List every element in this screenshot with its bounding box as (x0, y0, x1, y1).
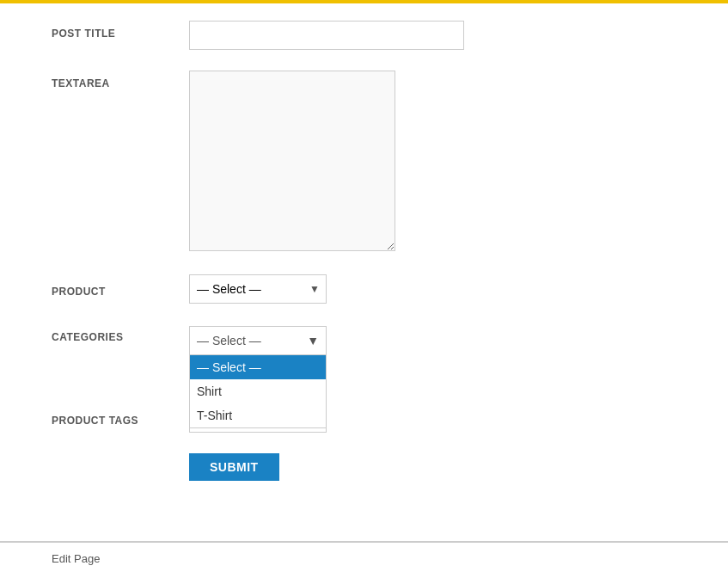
product-categories-row: PRODUCT — Select — Shirt T-Shirt ▼ C (52, 274, 676, 433)
submit-button[interactable]: SUBMIT (189, 453, 279, 481)
textarea-label: TEXTAREA (52, 71, 189, 89)
categories-option-tshirt[interactable]: T-Shirt (190, 403, 326, 427)
page-container: POST TITLE TEXTAREA PRODUCT (0, 0, 728, 565)
post-title-row: POST TITLE (52, 21, 676, 50)
post-title-label: POST TITLE (52, 21, 189, 40)
categories-option-select[interactable]: — Select — (190, 355, 326, 379)
categories-option-shirt[interactable]: Shirt (190, 379, 326, 403)
categories-dropdown-wrapper: — Select — ▼ — Select — Shirt T-Shirt (189, 326, 327, 355)
categories-label: CATEGORIES (52, 326, 189, 343)
categories-arrow-icon: ▼ (307, 334, 319, 347)
edit-page-link[interactable]: Edit Page (52, 552, 100, 565)
form-container: POST TITLE TEXTAREA PRODUCT (0, 3, 728, 515)
product-label: PRODUCT (52, 280, 189, 298)
footer-section: Edit Page (0, 541, 728, 565)
post-title-input[interactable] (189, 21, 464, 50)
content-textarea[interactable] (189, 71, 395, 251)
product-tags-label: PRODUCT TAGS (52, 409, 189, 427)
product-select-wrapper: — Select — Shirt T-Shirt ▼ (189, 274, 327, 304)
textarea-field (189, 71, 473, 254)
textarea-row: TEXTAREA (52, 71, 676, 254)
post-title-field (189, 21, 473, 50)
product-select[interactable]: — Select — Shirt T-Shirt (189, 274, 327, 304)
categories-trigger-text: — Select — (197, 334, 261, 347)
categories-dropdown-trigger[interactable]: — Select — ▼ (189, 326, 327, 355)
categories-dropdown-list: — Select — Shirt T-Shirt (189, 355, 327, 428)
submit-row: SUBMIT (52, 453, 676, 481)
